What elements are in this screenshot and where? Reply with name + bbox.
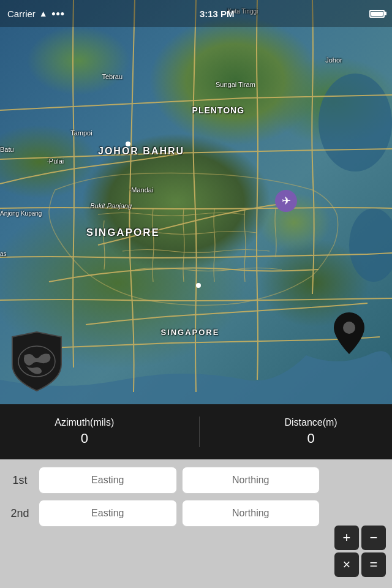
wifi-icon: ▲ [39, 9, 48, 18]
svg-point-2 [343, 322, 355, 334]
plus-button[interactable]: + [334, 526, 359, 550]
row2-label: 2nd [6, 507, 34, 520]
status-bar: Carrier ▲ ●●● 3:13 PM [0, 0, 392, 27]
input-row-1: 1st Easting Northing [6, 467, 386, 494]
svg-point-0 [318, 74, 392, 172]
minus-button[interactable]: − [361, 526, 386, 550]
row1-label: 1st [6, 474, 34, 487]
action-buttons: + − × = [334, 526, 386, 577]
signal-bars: ●●● [51, 9, 65, 18]
bottom-panel: Azimuth(mils) 0 Distance(m) 0 1st Eastin… [0, 404, 392, 588]
northing-input-2[interactable]: Northing [182, 500, 320, 527]
time-display: 3:13 PM [200, 9, 235, 19]
easting-input-1[interactable]: Easting [39, 467, 177, 494]
distance-label: Distance(m) [284, 417, 337, 428]
azimuth-metric: Azimuth(mils) 0 [55, 417, 114, 447]
input-rows: 1st Easting Northing 2nd Easting Northin… [0, 459, 392, 540]
status-right [369, 10, 385, 18]
easting-input-2[interactable]: Easting [39, 500, 177, 527]
map-container[interactable]: Kota Tinggi Tebrau Sungai Tiram PLENTONG… [0, 0, 392, 404]
map-satellite: Kota Tinggi Tebrau Sungai Tiram PLENTONG… [0, 0, 392, 404]
battery-icon [369, 10, 385, 18]
dot-marker-1 [126, 141, 130, 146]
azimuth-value: 0 [55, 431, 114, 447]
dot-marker-2 [196, 283, 201, 288]
input-row-2: 2nd Easting Northing [6, 500, 386, 527]
location-pin [331, 311, 368, 355]
svg-point-1 [349, 208, 392, 282]
times-button[interactable]: × [334, 552, 359, 577]
azimuth-label: Azimuth(mils) [55, 417, 114, 428]
distance-value: 0 [284, 431, 337, 447]
carrier-label: Carrier [7, 9, 36, 19]
airport-icon: ✈ [275, 190, 297, 212]
metrics-row: Azimuth(mils) 0 Distance(m) 0 [0, 404, 392, 459]
metric-divider [199, 417, 200, 447]
northing-input-1[interactable]: Northing [182, 467, 320, 494]
equals-button[interactable]: = [361, 552, 386, 577]
app-logo [9, 331, 64, 392]
distance-metric: Distance(m) 0 [284, 417, 337, 447]
status-left: Carrier ▲ ●●● [7, 9, 64, 19]
